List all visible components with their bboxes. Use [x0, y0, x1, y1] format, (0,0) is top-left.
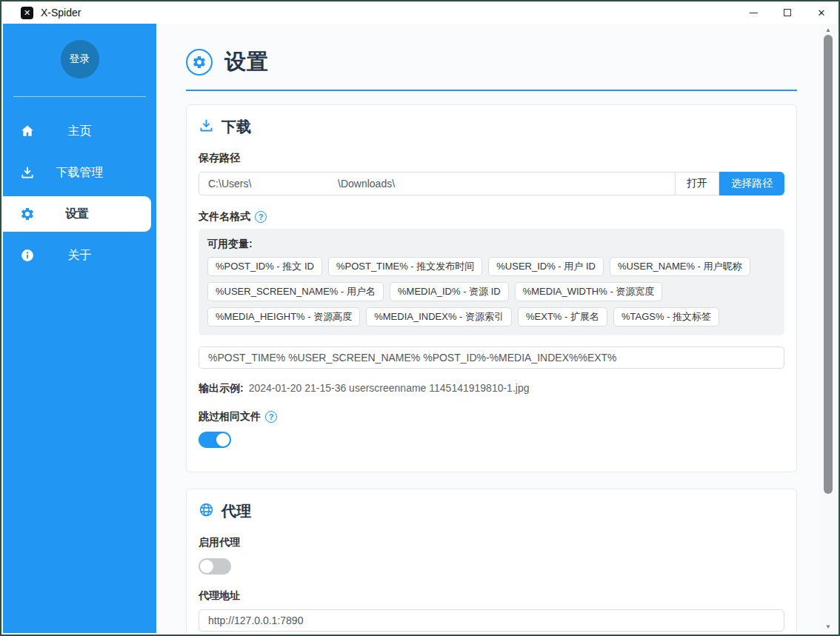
sidebar: 登录 主页 下载管理 设置: [3, 24, 156, 633]
toggle-knob: [200, 560, 213, 573]
output-example-label: 输出示例:: [199, 382, 244, 395]
variable-chip[interactable]: %TAGS% - 推文标签: [613, 307, 719, 327]
enable-proxy-toggle[interactable]: [199, 558, 231, 575]
scrollbar-thumb[interactable]: [824, 35, 833, 494]
titlebar: ✕ X-Spider ✕: [1, 1, 839, 24]
vertical-scrollbar[interactable]: ▲ ▼: [819, 24, 837, 633]
variable-chip[interactable]: %MEDIA_WIDTH% - 资源宽度: [515, 282, 663, 301]
proxy-section-title: 代理: [221, 501, 251, 521]
variable-chip[interactable]: %MEDIA_ID% - 资源 ID: [390, 282, 509, 301]
variable-chip[interactable]: %EXT% - 扩展名: [518, 307, 607, 327]
available-variables-panel: 可用变量: %POST_ID% - 推文 ID %POST_TIME% - 推文…: [199, 229, 784, 335]
home-icon: [19, 123, 36, 139]
sidebar-item-download-manager[interactable]: 下载管理: [3, 152, 156, 193]
scrollbar-up-arrow-icon[interactable]: ▲: [819, 27, 837, 33]
app-logo-icon: ✕: [21, 7, 33, 19]
close-button[interactable]: ✕: [804, 1, 839, 24]
enable-proxy-label: 启用代理: [199, 536, 784, 549]
page-title: 设置: [224, 47, 269, 77]
variable-chip[interactable]: %USER_SCREEN_NAME% - 用户名: [207, 282, 384, 301]
proxy-settings-card: 代理 启用代理 代理地址: [186, 489, 797, 633]
main-content: 设置 下载 保存路径 打开 选择路径 文件名格式 ? 可用变量:: [156, 24, 819, 633]
variable-chip[interactable]: %POST_ID% - 推文 ID: [207, 257, 322, 276]
skip-same-toggle[interactable]: [199, 432, 231, 448]
skip-same-help-icon[interactable]: ?: [265, 411, 277, 423]
settings-gear-circle-icon: [186, 49, 213, 76]
app-logo-x-glyph: ✕: [24, 8, 30, 18]
sidebar-item-home[interactable]: 主页: [3, 110, 156, 152]
variable-chip[interactable]: %MEDIA_INDEX% - 资源索引: [366, 307, 512, 327]
page-header: 设置: [186, 47, 797, 77]
close-icon: ✕: [818, 7, 826, 19]
open-path-button[interactable]: 打开: [676, 172, 719, 195]
app-window: ✕ X-Spider ✕ 登录 主页 下载管理: [0, 0, 840, 636]
login-label: 登录: [70, 53, 90, 66]
sidebar-nav: 主页 下载管理 设置 关于: [3, 110, 156, 276]
globe-icon: [199, 502, 214, 520]
skip-same-label: 跳过相同文件: [199, 410, 261, 424]
sidebar-divider: [13, 96, 146, 97]
choose-path-button[interactable]: 选择路径: [719, 172, 784, 195]
proxy-address-group: [199, 609, 784, 632]
proxy-address-input[interactable]: [199, 609, 784, 632]
sidebar-item-about[interactable]: 关于: [3, 235, 156, 276]
maximize-button[interactable]: [770, 1, 804, 24]
variables-row: %POST_ID% - 推文 ID %POST_TIME% - 推文发布时间 %…: [207, 257, 776, 276]
save-path-group: 打开 选择路径: [199, 172, 784, 195]
maximize-icon: [784, 9, 791, 16]
download-settings-card: 下载 保存路径 打开 选择路径 文件名格式 ? 可用变量: %POST_ID% …: [186, 104, 797, 472]
gear-icon: [19, 206, 36, 222]
info-icon: [19, 247, 36, 264]
download-section-title: 下载: [221, 117, 251, 137]
variable-chip[interactable]: %MEDIA_HEIGHT% - 资源高度: [207, 307, 360, 327]
scrollbar-down-arrow-icon[interactable]: ▼: [819, 623, 837, 630]
output-example-row: 输出示例: 2024-01-20 21-15-36 userscreenname…: [199, 382, 784, 395]
filename-format-label: 文件名格式: [199, 210, 250, 224]
save-path-input[interactable]: [199, 172, 676, 195]
filename-format-label-row: 文件名格式 ?: [199, 210, 784, 224]
filename-format-help-icon[interactable]: ?: [255, 211, 267, 223]
skip-same-label-row: 跳过相同文件 ?: [199, 410, 784, 424]
variables-row: %USER_SCREEN_NAME% - 用户名 %MEDIA_ID% - 资源…: [207, 282, 776, 301]
login-button[interactable]: 登录: [61, 40, 99, 78]
minimize-icon: [750, 13, 758, 13]
variable-chip[interactable]: %USER_NAME% - 用户昵称: [610, 257, 750, 276]
toggle-knob: [216, 433, 230, 446]
download-section-icon: [199, 118, 214, 136]
variables-row: %MEDIA_HEIGHT% - 资源高度 %MEDIA_INDEX% - 资源…: [207, 307, 776, 327]
available-variables-label: 可用变量:: [207, 238, 776, 251]
output-example-value: 2024-01-20 21-15-36 userscreenname 11451…: [249, 382, 530, 394]
save-path-label: 保存路径: [199, 152, 784, 165]
variable-chip[interactable]: %POST_TIME% - 推文发布时间: [328, 257, 482, 276]
download-section-heading: 下载: [199, 117, 784, 137]
minimize-button[interactable]: [736, 1, 770, 24]
sidebar-item-settings[interactable]: 设置: [3, 196, 151, 232]
download-icon: [19, 164, 36, 181]
page-title-divider: [186, 90, 797, 91]
window-controls: ✕: [736, 1, 839, 24]
proxy-section-heading: 代理: [199, 501, 784, 521]
app-title: X-Spider: [41, 7, 81, 19]
filename-format-input[interactable]: [199, 347, 784, 369]
proxy-address-label: 代理地址: [199, 589, 784, 603]
variable-chip[interactable]: %USER_ID% - 用户 ID: [488, 257, 604, 276]
